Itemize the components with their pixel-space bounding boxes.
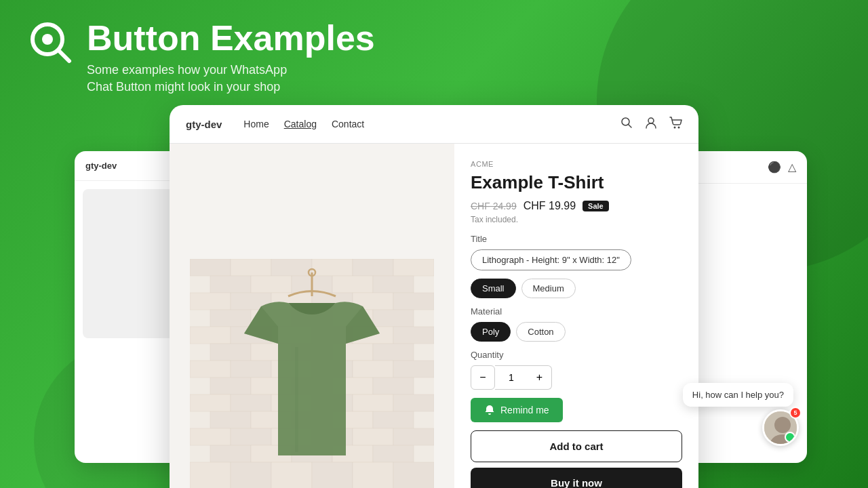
svg-rect-51 <box>210 378 251 394</box>
account-icon[interactable] <box>644 116 658 132</box>
svg-point-9 <box>674 127 676 129</box>
svg-rect-33 <box>373 310 414 327</box>
left-card-logo: gty-dev <box>85 161 117 171</box>
remind-me-button[interactable]: Remind me <box>471 398 563 422</box>
header-icon <box>27 19 75 66</box>
right-wa-avatar-wrapper[interactable]: 5 <box>762 409 799 446</box>
title-label: Title <box>471 234 682 244</box>
title-selector[interactable]: Lithograph - Height: 9" x Width: 12" <box>471 249 631 270</box>
svg-rect-82 <box>353 462 393 488</box>
svg-rect-79 <box>231 462 271 488</box>
svg-rect-66 <box>373 411 414 428</box>
svg-point-10 <box>678 127 680 129</box>
quantity-decrease-button[interactable]: − <box>471 365 495 390</box>
right-chat-bubble: Hi, how can I help you? <box>683 383 793 407</box>
svg-rect-28 <box>393 293 434 310</box>
main-nav-links: Home Catalog Contact <box>243 119 364 129</box>
right-card-icons: ⚫ △ <box>768 161 796 174</box>
svg-rect-80 <box>271 462 312 488</box>
material-cotton-pill[interactable]: Cotton <box>516 322 565 342</box>
wa-online-indicator <box>785 432 795 443</box>
nav-link-home[interactable]: Home <box>243 119 269 129</box>
svg-rect-22 <box>373 276 414 293</box>
svg-rect-46 <box>231 361 271 378</box>
svg-rect-17 <box>393 259 434 276</box>
material-poly-pill[interactable]: Poly <box>471 322 511 342</box>
cart-icon[interactable] <box>669 116 682 132</box>
tax-note: Tax included. <box>471 215 682 224</box>
search-icon[interactable] <box>620 116 633 132</box>
svg-rect-19 <box>251 276 292 293</box>
svg-rect-16 <box>353 259 393 276</box>
price-sale: CHF 19.99 <box>524 200 576 212</box>
svg-rect-12 <box>190 259 231 276</box>
main-product-card: gty-dev Home Catalog Contact <box>170 105 698 488</box>
quantity-increase-button[interactable]: + <box>528 365 552 390</box>
svg-rect-29 <box>210 310 251 327</box>
quantity-row: − 1 + <box>471 365 682 390</box>
page-subtitle: Some examples how your WhatsApp Chat But… <box>87 62 375 96</box>
material-label: Material <box>471 306 682 317</box>
size-medium-pill[interactable]: Medium <box>521 279 576 298</box>
material-pills: Poly Cotton <box>471 322 682 342</box>
sale-badge: Sale <box>583 201 609 211</box>
svg-rect-68 <box>231 428 271 445</box>
svg-rect-67 <box>190 428 231 445</box>
svg-point-8 <box>648 118 654 123</box>
svg-rect-60 <box>353 394 393 411</box>
svg-rect-44 <box>373 344 414 361</box>
bell-icon <box>484 405 495 415</box>
size-pills: Small Medium <box>471 279 682 298</box>
quantity-label: Quantity <box>471 350 682 360</box>
page-title: Button Examples <box>87 19 375 58</box>
svg-rect-34 <box>190 327 231 344</box>
svg-rect-14 <box>271 259 312 276</box>
cards-wrapper: gty-dev gty-dev ⚫ △ Hi, how can I help y… <box>0 105 868 488</box>
add-to-cart-button[interactable]: Add to cart <box>471 430 682 462</box>
svg-rect-81 <box>312 462 353 488</box>
price-original: CHF 24.99 <box>471 201 517 211</box>
svg-rect-55 <box>373 378 414 394</box>
svg-rect-18 <box>210 276 251 293</box>
price-row: CHF 24.99 CHF 19.99 Sale <box>471 200 682 212</box>
svg-rect-62 <box>210 411 251 428</box>
header-text: Button Examples Some examples how your W… <box>87 19 375 96</box>
svg-rect-21 <box>332 276 373 293</box>
svg-rect-40 <box>210 344 251 361</box>
svg-rect-49 <box>353 361 393 378</box>
main-nav: gty-dev Home Catalog Contact <box>170 105 698 144</box>
svg-rect-71 <box>353 428 393 445</box>
svg-rect-45 <box>190 361 231 378</box>
svg-rect-15 <box>312 259 353 276</box>
main-nav-icons <box>620 116 682 132</box>
svg-rect-23 <box>190 293 231 310</box>
svg-line-7 <box>629 125 632 128</box>
right-wa-notification-badge: 5 <box>789 407 802 419</box>
svg-point-2 <box>42 34 53 45</box>
svg-rect-56 <box>190 394 231 411</box>
svg-line-1 <box>58 50 69 61</box>
svg-rect-13 <box>231 259 271 276</box>
size-small-pill[interactable]: Small <box>471 279 516 298</box>
svg-rect-50 <box>393 361 434 378</box>
user-icon: ⚫ <box>768 161 781 174</box>
svg-rect-73 <box>210 445 251 462</box>
nav-link-contact[interactable]: Contact <box>332 119 364 129</box>
svg-rect-77 <box>373 445 414 462</box>
svg-rect-78 <box>190 462 231 488</box>
svg-rect-39 <box>393 327 434 344</box>
svg-rect-72 <box>393 428 434 445</box>
product-image <box>190 259 434 488</box>
quantity-value: 1 <box>495 365 528 390</box>
product-brand: ACME <box>471 160 682 168</box>
product-image-section <box>170 144 454 488</box>
svg-point-4 <box>774 417 791 433</box>
product-details: ACME Example T-Shirt CHF 24.99 CHF 19.99… <box>454 144 698 488</box>
nav-link-catalog[interactable]: Catalog <box>284 119 317 129</box>
page-header: Button Examples Some examples how your W… <box>0 0 868 110</box>
svg-rect-83 <box>393 462 434 488</box>
cart-icon: △ <box>788 161 796 174</box>
main-nav-logo: gty-dev <box>186 119 222 130</box>
main-body: ACME Example T-Shirt CHF 24.99 CHF 19.99… <box>170 144 698 488</box>
buy-now-button[interactable]: Buy it now <box>471 468 682 488</box>
